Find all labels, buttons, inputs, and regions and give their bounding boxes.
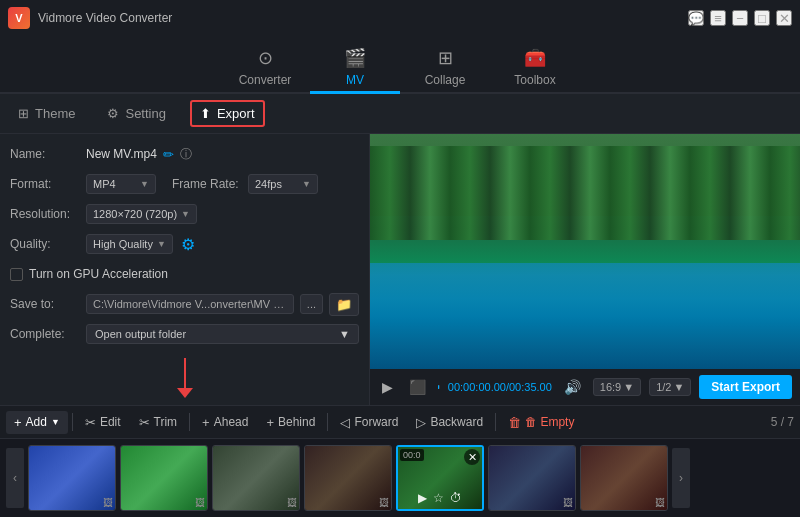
gpu-checkbox[interactable] — [10, 268, 23, 281]
edit-icon: ✂ — [85, 415, 96, 430]
behind-button[interactable]: + Behind — [258, 411, 323, 434]
name-edit-icon[interactable]: ✏ — [163, 147, 174, 162]
title-bar-left: V Vidmore Video Converter — [8, 7, 172, 29]
thumb-3-image-icon: 🖼 — [287, 497, 297, 508]
progress-bar[interactable] — [438, 385, 440, 389]
thumb-6-image-icon: 🖼 — [563, 497, 573, 508]
forward-button[interactable]: ◁ Forward — [332, 411, 406, 434]
thumbnail-5[interactable]: 00:0 ✕ ▶ ☆ ⏱ — [396, 445, 484, 511]
nav-tabs: ⊙ Converter 🎬 MV ⊞ Collage 🧰 Toolbox — [0, 36, 800, 94]
right-export-button[interactable]: Start Export — [699, 375, 792, 399]
trash-icon: 🗑 — [508, 415, 521, 430]
save-to-row: Save to: C:\Vidmore\Vidmore V...onverter… — [10, 292, 359, 316]
video-controls: ▶ ⬛ 00:00:00.00/00:35.00 🔊 16:9 ▼ 1/2 ▼ … — [370, 369, 800, 405]
sub-tab-theme-label: Theme — [35, 106, 75, 121]
tab-converter[interactable]: ⊙ Converter — [220, 42, 310, 94]
format-select[interactable]: MP4 ▼ — [86, 174, 156, 194]
collage-icon: ⊞ — [438, 47, 453, 69]
trim-label: Trim — [154, 415, 178, 429]
thumbnail-3[interactable]: 🖼 — [212, 445, 300, 511]
thumbnail-6[interactable]: 🖼 — [488, 445, 576, 511]
sub-header: ⊞ Theme ⚙ Setting ⬆ Export — [0, 94, 800, 134]
format-row: Format: MP4 ▼ Frame Rate: 24fps ▼ — [10, 172, 359, 196]
empty-label: 🗑 Empty — [525, 415, 574, 429]
ahead-button[interactable]: + Ahead — [194, 411, 256, 434]
gpu-checkbox-row: Turn on GPU Acceleration — [10, 262, 359, 286]
mv-icon: 🎬 — [344, 47, 366, 69]
tab-mv[interactable]: 🎬 MV — [310, 42, 400, 94]
quality-select[interactable]: High Quality ▼ — [86, 234, 173, 254]
arrow-line — [184, 358, 186, 388]
framerate-value: 24fps — [255, 178, 282, 190]
thumb-7-image-icon: 🖼 — [655, 497, 665, 508]
stop-button[interactable]: ⬛ — [405, 377, 430, 397]
app-title: Vidmore Video Converter — [38, 11, 172, 25]
close-button[interactable]: ✕ — [776, 10, 792, 26]
quality-level-value: 1/2 — [656, 381, 671, 393]
strip-prev-button[interactable]: ‹ — [6, 448, 24, 508]
resolution-label: Resolution: — [10, 207, 80, 221]
strip-next-button[interactable]: › — [672, 448, 690, 508]
bottom-toolbar: + Add ▼ ✂ Edit ✂ Trim + Ahead + Behind ◁… — [0, 405, 800, 439]
tab-toolbox[interactable]: 🧰 Toolbox — [490, 42, 580, 94]
edit-button[interactable]: ✂ Edit — [77, 411, 129, 434]
name-info-icon[interactable]: ⓘ — [180, 146, 192, 163]
browse-button[interactable]: ... — [300, 294, 323, 314]
thumbnail-4[interactable]: 🖼 — [304, 445, 392, 511]
play-button[interactable]: ▶ — [378, 377, 397, 397]
quality-level-select[interactable]: 1/2 ▼ — [649, 378, 691, 396]
backward-label: Backward — [430, 415, 483, 429]
arrow-head — [177, 388, 193, 398]
format-arrow-icon: ▼ — [140, 179, 149, 189]
toolbar-divider-1 — [72, 413, 73, 431]
maximize-button[interactable]: □ — [754, 10, 770, 26]
quality-label: Quality: — [10, 237, 80, 251]
minimize-button[interactable]: − — [732, 10, 748, 26]
resolution-select[interactable]: 1280×720 (720p) ▼ — [86, 204, 197, 224]
add-arrow-icon: ▼ — [51, 417, 60, 427]
framerate-select[interactable]: 24fps ▼ — [248, 174, 318, 194]
sub-tab-theme[interactable]: ⊞ Theme — [10, 102, 83, 125]
thumbnail-2[interactable]: 🖼 — [120, 445, 208, 511]
aspect-arrow-icon: ▼ — [623, 381, 634, 393]
add-button[interactable]: + Add ▼ — [6, 411, 68, 434]
volume-button[interactable]: 🔊 — [560, 377, 585, 397]
empty-button[interactable]: 🗑 🗑 Empty — [500, 411, 582, 434]
aspect-ratio-select[interactable]: 16:9 ▼ — [593, 378, 641, 396]
complete-select[interactable]: Open output folder ▼ — [86, 324, 359, 344]
menu-button[interactable]: ≡ — [710, 10, 726, 26]
title-bar-controls: 💬 ≡ − □ ✕ — [688, 10, 792, 26]
add-icon: + — [14, 415, 22, 430]
thumbnail-1[interactable]: 🖼 — [28, 445, 116, 511]
thumbnail-7[interactable]: 🖼 — [580, 445, 668, 511]
aspect-ratio-value: 16:9 — [600, 381, 621, 393]
ahead-label: Ahead — [214, 415, 249, 429]
quality-level-arrow-icon: ▼ — [673, 381, 684, 393]
complete-arrow-icon: ▼ — [339, 328, 350, 340]
quality-gear-button[interactable]: ⚙ — [179, 233, 197, 256]
sub-tab-export[interactable]: ⬆ Export — [190, 100, 265, 127]
sub-tab-setting-label: Setting — [125, 106, 165, 121]
time-display: 00:00:00.00/00:35.00 — [448, 381, 552, 393]
backward-button[interactable]: ▷ Backward — [408, 411, 491, 434]
thumb-5-duration: 00:0 — [400, 449, 424, 461]
framerate-arrow-icon: ▼ — [302, 179, 311, 189]
quality-value: High Quality — [93, 238, 153, 250]
toolbar-divider-3 — [327, 413, 328, 431]
gpu-label: Turn on GPU Acceleration — [29, 267, 168, 281]
thumb-5-star-icon[interactable]: ☆ — [433, 491, 444, 505]
folder-button[interactable]: 📁 — [329, 293, 359, 316]
resolution-arrow-icon: ▼ — [181, 209, 190, 219]
sub-tab-setting[interactable]: ⚙ Setting — [99, 102, 173, 125]
left-panel: Name: New MV.mp4 ✏ ⓘ Format: MP4 ▼ Frame… — [0, 134, 370, 405]
tab-collage[interactable]: ⊞ Collage — [400, 42, 490, 94]
thumb-5-play-icon[interactable]: ▶ — [418, 491, 427, 505]
chat-button[interactable]: 💬 — [688, 10, 704, 26]
backward-icon: ▷ — [416, 415, 426, 430]
thumb-5-clock-icon[interactable]: ⏱ — [450, 491, 462, 505]
trim-button[interactable]: ✂ Trim — [131, 411, 186, 434]
toolbar-divider-4 — [495, 413, 496, 431]
thumb-5-close-button[interactable]: ✕ — [464, 449, 480, 465]
page-count: 5 / 7 — [771, 415, 794, 429]
resolution-value: 1280×720 (720p) — [93, 208, 177, 220]
